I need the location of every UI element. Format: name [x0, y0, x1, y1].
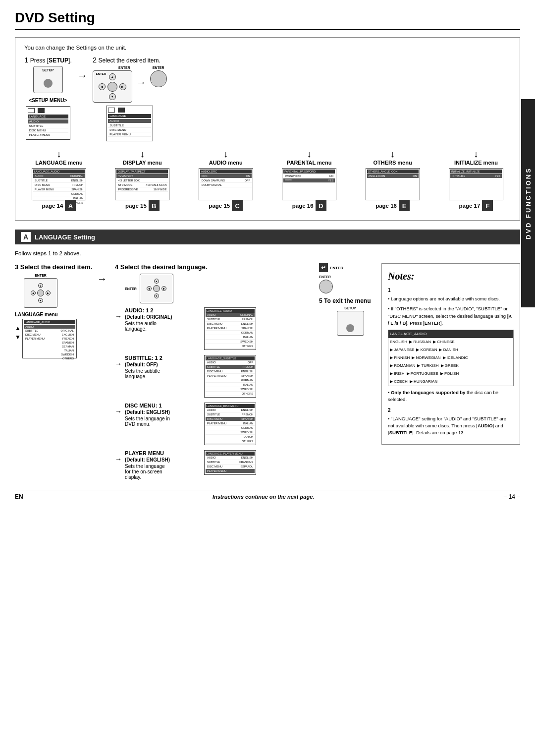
step3-block: 3 Select the desired item. ENTER ▲ ◀ ▶ ▼	[15, 263, 94, 358]
setup-device: SETUP	[33, 66, 63, 93]
footer-page: – 14 –	[504, 493, 520, 500]
display-menu-col: ↓ DISPLAY menu DISPLAY_TV ASPECT TV ASPE…	[107, 147, 177, 211]
setup-menu-screen: LANGUAGE AUDIO SUBTITLE DISC MENU PLAYER…	[26, 106, 70, 140]
init-page-ref: page 17 F	[459, 200, 493, 211]
remote-left-btn: ◀	[99, 83, 106, 90]
step5-block: ↵ ENTER ENTER 5 To exit the menu SETUP	[312, 263, 381, 336]
subtitle-option-arrow: →	[115, 360, 122, 368]
others-letter-badge: E	[399, 200, 410, 211]
remote-up-btn: ▲	[109, 73, 116, 80]
lang-menu-up-arrow: ▲	[15, 325, 21, 332]
disp-letter-badge: B	[149, 200, 160, 211]
step2-text: Select the desired item.	[98, 57, 160, 64]
parent-letter-badge: D	[316, 200, 326, 211]
step1-label: 1 Press [SETUP].	[24, 56, 72, 64]
lang-cell-russian: ▶ RUSSIAN	[409, 339, 431, 345]
s2-audio: AUDIO	[108, 119, 151, 123]
setup-circle-btn	[346, 324, 354, 332]
s2-subtitle: SUBTITLE	[108, 123, 151, 128]
parent-down-arrow: ↓	[307, 149, 312, 160]
lang-cell-finnish: ▶ FINNISH	[390, 355, 410, 361]
init-col-label: INITIALIZE menu	[454, 160, 498, 166]
lang-cell-czech: ▶ CZECH	[390, 379, 408, 385]
lang-col-label: LANGUAGE menu	[35, 160, 82, 166]
lang-down-arrow: ↓	[57, 149, 61, 160]
footer-en: EN	[15, 493, 23, 500]
step1-number: 1	[24, 56, 28, 64]
follow-steps-text: Follow steps 1 to 2 above.	[15, 250, 520, 256]
step3-remote-area: ENTER ▲ ◀ ▶ ▼ LANGUAGE menu	[15, 274, 94, 358]
s3-left-btn: ◀	[31, 291, 36, 295]
playermenu-option-row: → PLAYER MENU (Default: ENGLISH) Sets th…	[115, 450, 307, 480]
lang-table-row4: ▶ ROMANIAN ▶ TURKISH ▶ GREEK	[388, 362, 513, 370]
lang-table-row2: ▶ JAPANESE ▶ KOREAN ▶ DANISH	[388, 346, 513, 354]
notes-block: Notes: 1 • Language options are not avai…	[381, 263, 520, 445]
step5-enter-label: ENTER	[330, 266, 343, 270]
s4-enter-btn	[153, 285, 160, 292]
lang-letter-badge: A	[65, 200, 76, 211]
lang-cell-irish: ▶ IRISH	[390, 371, 405, 377]
footer-continue: Instructions continue on the next page.	[213, 494, 314, 500]
screen-sq2	[38, 108, 45, 113]
display-screen: DISPLAY_TV ASPECT TV ASPECT 4:3 LETTER B…	[115, 168, 169, 200]
lang-table-row5: ▶ IRISH ▶ PORTUGUESE ▶ POLISH	[388, 370, 513, 378]
step5-enter-icon: ↵	[319, 263, 328, 272]
setup-menu-label: <SETUP MENU>	[29, 98, 67, 103]
s3-up-btn: ▲	[38, 283, 43, 288]
overview-intro: You can change the Settings on the unit.	[24, 45, 511, 51]
lang-page-ref: page 14 A	[42, 200, 76, 211]
overview-box: You can change the Settings on the unit.…	[15, 37, 520, 221]
audio-option-text: AUDIO: 1 2 (Default: ORIGINAL) Sets the …	[125, 307, 204, 332]
section-a-title: LANGUAGE Setting	[35, 233, 95, 241]
s4-down-btn: ▼	[154, 293, 159, 298]
lang-cell-norwegian: ▶ NORWEGIAN	[412, 355, 440, 361]
lang-cell-danish: ▶ DANISH	[439, 347, 458, 353]
discmenu-option-row: → DISC MENU: 1 (Default: ENGLISH) Sets t…	[115, 403, 307, 445]
section-a-content: 3 Select the desired item. ENTER ▲ ◀ ▶ ▼	[15, 263, 520, 480]
s4-up-btn: ▲	[154, 279, 159, 284]
discmenu-option-text: DISC MENU: 1 (Default: ENGLISH) Sets the…	[125, 403, 204, 427]
s2-discmenu: DISC MENU	[108, 128, 151, 132]
step3-lang-menu: LANGUAGE menu ▲ ▼ LANGUAGE_AUDIO AUDIO S…	[15, 312, 77, 358]
screen-item-playermenu: PLAYER MENU	[28, 133, 68, 137]
audio-lang-screen: LANGUAGE_AUDIO AUDIOORIGINAL SUBTITLEFRE…	[204, 307, 256, 350]
step5-setup-device	[337, 311, 364, 336]
lang-cell-icelandic: ▶ ICELANDIC	[443, 355, 468, 361]
lang-table-header: LANGUAGE_AUDIO	[388, 330, 513, 338]
lang-cell-english: ENGLISH	[390, 339, 407, 345]
init-letter-badge: F	[482, 200, 493, 211]
audio-col-label: AUDIO menu	[209, 160, 243, 166]
s4-left-btn: ◀	[147, 286, 152, 291]
parent-col-label: PARENTAL menu	[287, 160, 331, 166]
lang-table-row6: ▶ CZECH ▶ HUNGARIAN	[388, 378, 513, 386]
step3-label: 3 Select the desired item.	[15, 263, 94, 271]
parent-page-ref: page 16 D	[292, 200, 326, 211]
subtitle-option-text: SUBTITLE: 1 2 (Default: OFF) Sets the su…	[125, 355, 204, 379]
audio-menu-col: ↓ AUDIO menu AUDIO_DRC DRCON DOWN SAMPLI…	[191, 147, 261, 211]
lang-cell-japanese: ▶ JAPANESE	[390, 347, 414, 353]
subtitle-option-row: → SUBTITLE: 1 2 (Default: OFF) Sets the …	[115, 355, 307, 398]
step5-label: 5 To exit the menu	[319, 297, 381, 304]
step1-to-step2-arrow: →	[77, 69, 88, 82]
lang-cell-greek: ▶ GREEK	[441, 363, 459, 369]
others-screen: OTHERS_ANGLE ICON ANGLE ICONON	[366, 168, 420, 200]
page-title: DVD Setting	[15, 10, 520, 30]
disp-down-arrow: ↓	[140, 149, 145, 160]
note1-text3: • Only the languages supported by the di…	[388, 389, 514, 404]
language-screen: LANGUAGE_AUDIO AUDIOORIGINAL SUBTITLEENG…	[32, 168, 86, 200]
language-menu-col: ↓ LANGUAGE menu LANGUAGE_AUDIO AUDIOORIG…	[24, 147, 94, 211]
step1-text: Press [SETUP].	[30, 57, 72, 64]
notes-title: Notes:	[388, 269, 514, 284]
step4-remote: ▲ ◀ ▶ ▼	[140, 274, 173, 303]
lang-table-row1: ENGLISH ▶ RUSSIAN ▶ CHINESE	[388, 338, 513, 346]
note1-text1: • Language options are not available wit…	[388, 295, 514, 302]
initialize-menu-col: ↓ INITIALIZE menu INITIALIZE_INITIALIZE …	[441, 147, 511, 211]
s2-playermenu: PLAYER MENU	[108, 132, 151, 137]
screen-item-subtitle: SUBTITLE	[28, 124, 68, 128]
lang-cell-turkish: ▶ TURKISH	[417, 363, 438, 369]
step4-block: 4 Select the desired language. ENTER ▲ ◀…	[110, 263, 312, 480]
parental-screen: PARENTAL_PASSWORD PASSWORDNO *******YES	[282, 168, 336, 200]
init-down-arrow: ↓	[474, 149, 478, 160]
steps-row: 1 Press [SETUP]. SETUP <SETUP MENU>	[24, 56, 511, 141]
audio-page-ref: page 15 C	[209, 200, 243, 211]
